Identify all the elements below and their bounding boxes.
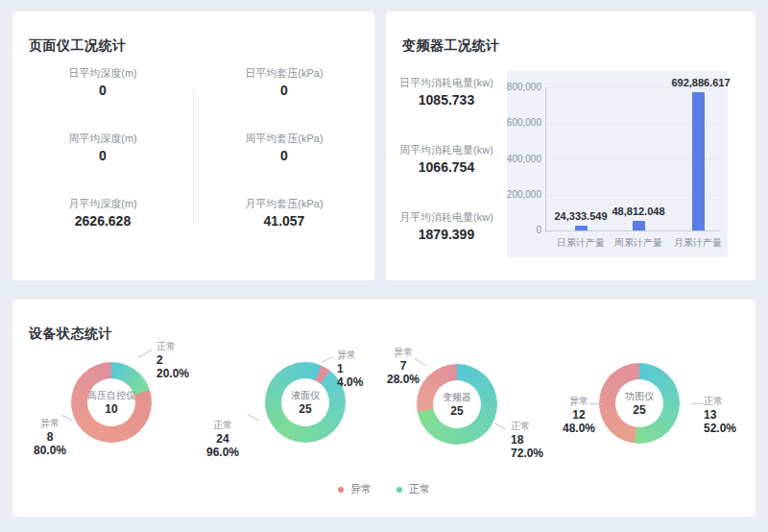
gauge-stats-grid: 日平均深度(m) 0 周平均深度(m) 0 月平均深度(m) 2626.628 … bbox=[12, 65, 374, 263]
legend-item-normal[interactable]: 正常 bbox=[396, 482, 430, 496]
stat-label: 月平均套压(kPa) bbox=[245, 196, 323, 211]
legend-dot-abnormal-icon bbox=[338, 487, 344, 493]
gauge-depth-column: 日平均深度(m) 0 周平均深度(m) 0 月平均深度(m) 2626.628 bbox=[12, 65, 193, 263]
legend-item-abnormal[interactable]: 异常 bbox=[338, 482, 372, 496]
stat-label: 月平均消耗电量(kw) bbox=[399, 209, 493, 225]
label-connector bbox=[138, 350, 152, 358]
panel-device-status: 设备状态统计 高压自控仪 10 正常 2 20.0% 异常 8 80.0% 液面… bbox=[12, 300, 756, 517]
slice-label-normal: 正常 18 72.0% bbox=[511, 420, 543, 460]
stat-value: 2626.628 bbox=[68, 211, 137, 231]
y-tick: 400,000 bbox=[505, 154, 541, 164]
stat-value: 0 bbox=[245, 146, 323, 166]
stat-value: 41.057 bbox=[245, 211, 323, 231]
slice-label-abnormal: 异常 1 4.0% bbox=[337, 349, 363, 389]
stat-label: 周平均深度(m) bbox=[68, 131, 137, 146]
slice-label-normal: 正常 13 52.0% bbox=[704, 395, 736, 435]
stat-daily-depth: 日平均深度(m) 0 bbox=[68, 65, 137, 101]
donut-center-label: 高压自控仪 10 bbox=[71, 362, 152, 443]
device-total: 25 bbox=[299, 401, 311, 417]
stat-weekly-depth: 周平均深度(m) 0 bbox=[68, 131, 137, 166]
gauge-pressure-column: 日平均套压(kPa) 0 周平均套压(kPa) 0 月平均套压(kPa) 41.… bbox=[194, 65, 374, 263]
stat-weekly-casing-pressure: 周平均套压(kPa) 0 bbox=[245, 131, 323, 166]
stat-label: 月平均深度(m) bbox=[68, 196, 137, 211]
device-name: 变频器 bbox=[443, 391, 471, 403]
status-legend: 异常 正常 bbox=[12, 482, 756, 496]
x-category-label: 月累计产量 bbox=[660, 236, 736, 250]
bar-monthly-production[interactable] bbox=[692, 92, 705, 230]
y-tick: 0 bbox=[505, 225, 541, 235]
slice-label-abnormal: 异常 12 48.0% bbox=[550, 395, 608, 435]
stat-value: 1085.733 bbox=[399, 90, 493, 110]
bar-value-label: 48,812.048 bbox=[586, 206, 691, 217]
panel-inverter-stats: 变频器工况统计 日平均消耗电量(kw) 1085.733 周平均消耗电量(kw)… bbox=[386, 12, 756, 280]
bar-daily-production[interactable] bbox=[575, 226, 588, 230]
stat-monthly-consumption: 月平均消耗电量(kw) 1879.399 bbox=[399, 209, 493, 245]
panel-title: 变频器工况统计 bbox=[402, 37, 500, 55]
bar-weekly-production[interactable] bbox=[633, 221, 645, 230]
device-name: 液面仪 bbox=[291, 389, 320, 401]
production-bar-chart: 800,000 600,000 400,000 200,000 0 24,333… bbox=[507, 71, 728, 257]
inverter-stats-column: 日平均消耗电量(kw) 1085.733 周平均消耗电量(kw) 1066.75… bbox=[386, 75, 507, 277]
x-axis-line: 0 bbox=[545, 230, 720, 231]
device-name: 功图仪 bbox=[625, 390, 654, 402]
stat-label: 日平均套压(kPa) bbox=[245, 65, 323, 81]
y-tick: 200,000 bbox=[505, 189, 541, 200]
y-axis-line bbox=[545, 87, 546, 230]
stat-monthly-casing-pressure: 月平均套压(kPa) 41.057 bbox=[245, 196, 323, 231]
stat-value: 1066.754 bbox=[399, 157, 493, 178]
panel-title: 页面仪工况统计 bbox=[29, 37, 127, 55]
donut-center-label: 液面仪 25 bbox=[265, 362, 346, 443]
panel-gauge-stats: 页面仪工况统计 日平均深度(m) 0 周平均深度(m) 0 月平均深度(m) 2… bbox=[12, 12, 374, 280]
bar-value-label: 692,886.617 bbox=[648, 77, 754, 88]
stat-label: 日平均深度(m) bbox=[68, 65, 137, 81]
slice-label-normal: 正常 2 20.0% bbox=[156, 340, 189, 380]
device-total: 25 bbox=[450, 403, 463, 419]
slice-label-abnormal: 异常 7 28.0% bbox=[374, 346, 432, 386]
stat-daily-consumption: 日平均消耗电量(kw) 1085.733 bbox=[399, 75, 493, 110]
device-total: 10 bbox=[105, 401, 117, 417]
label-connector bbox=[691, 403, 705, 404]
stat-value: 1879.399 bbox=[399, 225, 493, 245]
slice-label-normal: 正常 24 96.0% bbox=[194, 419, 252, 459]
stat-value: 0 bbox=[68, 146, 137, 166]
stat-value: 0 bbox=[245, 81, 323, 101]
legend-dot-normal-icon bbox=[396, 487, 402, 493]
stat-label: 周平均套压(kPa) bbox=[245, 131, 323, 146]
slice-label-abnormal: 异常 8 80.0% bbox=[21, 417, 79, 457]
donut-center-label: 功图仪 25 bbox=[599, 363, 680, 444]
device-total: 25 bbox=[633, 402, 645, 418]
y-tick: 800,000 bbox=[505, 82, 541, 92]
device-name: 高压自控仪 bbox=[87, 389, 135, 401]
stat-value: 0 bbox=[68, 81, 137, 101]
stat-daily-casing-pressure: 日平均套压(kPa) 0 bbox=[245, 65, 323, 101]
stat-weekly-consumption: 周平均消耗电量(kw) 1066.754 bbox=[399, 142, 493, 178]
panel-title: 设备状态统计 bbox=[29, 326, 112, 343]
stat-label: 日平均消耗电量(kw) bbox=[399, 75, 493, 90]
stat-monthly-depth: 月平均深度(m) 2626.628 bbox=[68, 196, 137, 231]
stat-label: 周平均消耗电量(kw) bbox=[399, 142, 493, 157]
y-tick: 600,000 bbox=[505, 117, 541, 128]
